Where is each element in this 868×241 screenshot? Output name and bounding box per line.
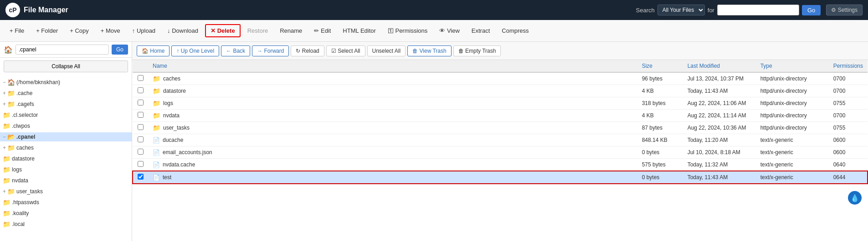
row-name: datastore (163, 88, 186, 94)
search-scope-select[interactable]: All Your Files (657, 5, 705, 15)
row-name-cell: 📄 test (148, 171, 637, 184)
unselect-all-button[interactable]: Unselect All (367, 45, 406, 56)
table-row[interactable]: 📄 test 0 bytes Today, 11:43 AM text/x-ge… (133, 171, 868, 184)
view-trash-button[interactable]: 🗑 View Trash (407, 45, 451, 56)
view-button[interactable]: 👁 View (434, 25, 465, 37)
sidebar-go-button[interactable]: Go (112, 45, 128, 55)
row-checkbox-cell (133, 122, 148, 134)
collapse-all-button[interactable]: Collapse All (4, 60, 128, 72)
reload-button[interactable]: ↻ Reload (291, 45, 324, 56)
back-button[interactable]: ← Back (221, 45, 250, 56)
table-row[interactable]: 📁 nvdata 4 KB Aug 22, 2024, 11:14 AM htt… (133, 110, 868, 122)
extract-button[interactable]: Extract (467, 25, 495, 37)
tree-item-cagefs[interactable]: + 📁 .cagefs (0, 99, 132, 110)
tree-item-caches[interactable]: + 📁 caches (0, 142, 132, 153)
copy-button[interactable]: + Copy (65, 25, 94, 37)
row-modified: Today, 11:43 AM (683, 171, 756, 184)
table-row[interactable]: 📄 nvdata.cache 575 bytes Today, 11:32 AM… (133, 159, 868, 171)
new-folder-button[interactable]: + Folder (31, 25, 63, 37)
row-checkbox[interactable] (138, 75, 144, 81)
row-checkbox[interactable] (138, 149, 144, 155)
empty-trash-button[interactable]: 🗑 Empty Trash (453, 45, 501, 56)
compress-button[interactable]: Compress (497, 25, 534, 37)
table-row[interactable]: 📁 datastore 4 KB Today, 11:43 AM httpd/u… (133, 85, 868, 97)
file-icon-sm: 📄 (153, 137, 160, 144)
col-size[interactable]: Size (637, 60, 683, 72)
permissions-button[interactable]: ⚿ Permissions (383, 25, 432, 37)
tree-item-koality[interactable]: 📁 .koality (0, 208, 132, 219)
col-name[interactable]: Name (148, 60, 637, 72)
root-folder-icon: 🏠 (7, 79, 15, 86)
row-modified: Jul 10, 2024, 8:18 AM (683, 146, 756, 159)
upload-button[interactable]: ↑ Upload (127, 25, 160, 37)
tree-item-user-tasks[interactable]: + 📁 user_tasks (0, 186, 132, 197)
row-checkbox[interactable] (138, 161, 144, 167)
col-permissions[interactable]: Permissions (829, 60, 868, 72)
select-all-button[interactable]: ☑ Select All (326, 45, 365, 56)
row-size: 848.14 KB (637, 134, 683, 146)
water-drop-icon[interactable]: 💧 (848, 191, 862, 205)
row-type: httpd/unix-directory (756, 85, 829, 97)
sidebar-home-icon[interactable]: 🏠 (4, 45, 13, 54)
row-checkbox[interactable] (138, 87, 144, 93)
minus-icon-cpanel: − (3, 134, 6, 140)
clwpos-folder-icon: 📁 (3, 122, 10, 130)
up-one-level-button[interactable]: ↑ Up One Level (171, 45, 219, 56)
folder-icon-sm: 📁 (153, 112, 160, 119)
tree-label-logs: logs (12, 166, 22, 173)
row-perms: 0755 (829, 97, 868, 110)
home-nav-button[interactable]: 🏠 Home (137, 45, 169, 56)
edit-button[interactable]: ✏ Edit (309, 25, 336, 37)
html-editor-button[interactable]: HTML Editor (338, 25, 380, 37)
row-type: text/x-generic (756, 159, 829, 171)
row-checkbox[interactable] (138, 174, 144, 180)
move-button[interactable]: + Move (96, 25, 125, 37)
row-modified: Today, 11:32 AM (683, 159, 756, 171)
logs-folder-icon: 📁 (3, 166, 10, 173)
col-last-modified[interactable]: Last Modified (683, 60, 756, 72)
col-type[interactable]: Type (756, 60, 829, 72)
rename-button[interactable]: Rename (275, 25, 307, 37)
sidebar-path-input[interactable] (15, 45, 109, 55)
tree-item-clwpos[interactable]: 📁 .clwpos (0, 120, 132, 131)
folder-icon-sm: 📁 (153, 87, 160, 95)
table-row[interactable]: 📁 logs 318 bytes Aug 22, 2024, 11:06 AM … (133, 97, 868, 110)
settings-button[interactable]: ⚙ Settings (826, 5, 863, 15)
tree-item-clselector[interactable]: 📁 .cl.selector (0, 110, 132, 120)
row-checkbox-cell (133, 171, 148, 184)
row-checkbox[interactable] (138, 112, 144, 118)
tree-item-root[interactable]: − 🏠 (/home/bknskhan) (0, 77, 132, 88)
koality-folder-icon: 📁 (3, 210, 10, 217)
row-checkbox[interactable] (138, 100, 144, 105)
search-label: Search (636, 7, 655, 14)
new-file-button[interactable]: + File (5, 25, 29, 37)
tree-label-local: .local (12, 221, 25, 227)
tree-item-datastore[interactable]: 📁 datastore (0, 153, 132, 164)
search-go-button[interactable]: Go (802, 5, 821, 15)
delete-button[interactable]: ✕ Delete (205, 24, 241, 37)
tree-item-cpanel[interactable]: − 📂 .cpanel (0, 131, 132, 142)
row-checkbox-cell (133, 146, 148, 159)
local-folder-icon: 📁 (3, 221, 10, 228)
forward-button[interactable]: → Forward (252, 45, 289, 56)
table-row[interactable]: 📄 email_accounts.json 0 bytes Jul 10, 20… (133, 146, 868, 159)
file-tree: − 🏠 (/home/bknskhan) + 📁 .cache + 📁 .cag… (0, 75, 132, 231)
row-checkbox[interactable] (138, 124, 144, 130)
tree-label-htpasswds: .htpasswds (12, 199, 39, 206)
table-row[interactable]: 📁 caches 96 bytes Jul 13, 2024, 10:37 PM… (133, 72, 868, 85)
row-checkbox[interactable] (138, 136, 144, 142)
table-row[interactable]: 📁 user_tasks 87 bytes Aug 22, 2024, 10:3… (133, 122, 868, 134)
tree-item-logs[interactable]: 📁 logs (0, 164, 132, 175)
tree-item-cache[interactable]: + 📁 .cache (0, 88, 132, 99)
table-row[interactable]: 📄 ducache 848.14 KB Today, 11:20 AM text… (133, 134, 868, 146)
row-name-cell: 📁 user_tasks (148, 122, 637, 134)
search-input[interactable] (717, 5, 799, 15)
restore-button[interactable]: Restore (242, 25, 273, 37)
row-perms: 0700 (829, 85, 868, 97)
tree-item-htpasswds[interactable]: 📁 .htpasswds (0, 197, 132, 208)
file-icon-sm: 📄 (153, 174, 160, 181)
tree-item-nvdata[interactable]: 📁 nvdata (0, 175, 132, 186)
row-checkbox-cell (133, 97, 148, 110)
download-button[interactable]: ↓ Download (162, 25, 203, 37)
tree-item-local[interactable]: 📁 .local (0, 219, 132, 230)
